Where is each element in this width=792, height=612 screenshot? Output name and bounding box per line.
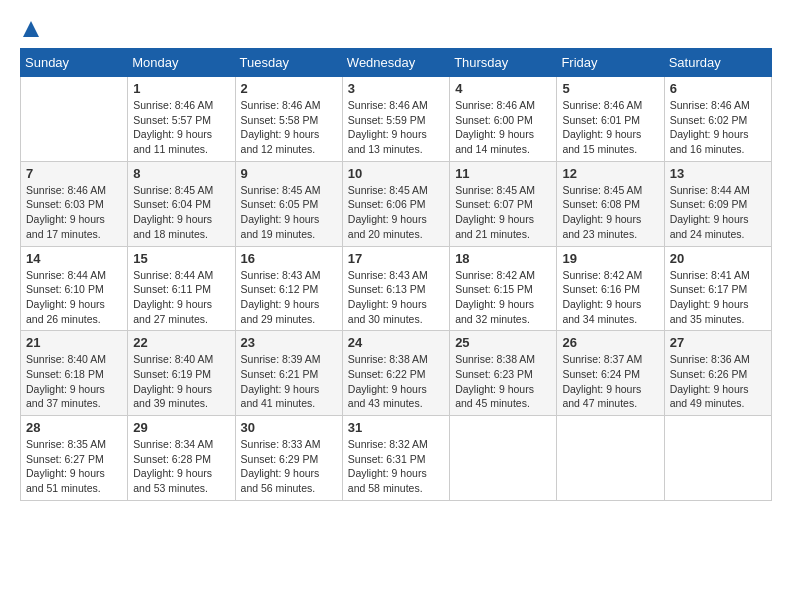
day-info: Sunrise: 8:35 AMSunset: 6:27 PMDaylight:… <box>26 437 122 496</box>
column-header-monday: Monday <box>128 49 235 77</box>
day-info: Sunrise: 8:46 AMSunset: 6:03 PMDaylight:… <box>26 183 122 242</box>
day-number: 14 <box>26 251 122 266</box>
calendar-cell <box>664 416 771 501</box>
column-header-sunday: Sunday <box>21 49 128 77</box>
calendar-cell: 23Sunrise: 8:39 AMSunset: 6:21 PMDayligh… <box>235 331 342 416</box>
day-number: 30 <box>241 420 337 435</box>
day-number: 18 <box>455 251 551 266</box>
day-number: 28 <box>26 420 122 435</box>
day-info: Sunrise: 8:42 AMSunset: 6:16 PMDaylight:… <box>562 268 658 327</box>
calendar-body: 1Sunrise: 8:46 AMSunset: 5:57 PMDaylight… <box>21 77 772 501</box>
day-number: 31 <box>348 420 444 435</box>
day-info: Sunrise: 8:32 AMSunset: 6:31 PMDaylight:… <box>348 437 444 496</box>
day-number: 7 <box>26 166 122 181</box>
logo <box>20 20 42 38</box>
day-number: 4 <box>455 81 551 96</box>
calendar-cell: 27Sunrise: 8:36 AMSunset: 6:26 PMDayligh… <box>664 331 771 416</box>
calendar-cell <box>557 416 664 501</box>
calendar-cell: 5Sunrise: 8:46 AMSunset: 6:01 PMDaylight… <box>557 77 664 162</box>
week-row-5: 28Sunrise: 8:35 AMSunset: 6:27 PMDayligh… <box>21 416 772 501</box>
calendar-cell: 26Sunrise: 8:37 AMSunset: 6:24 PMDayligh… <box>557 331 664 416</box>
column-header-friday: Friday <box>557 49 664 77</box>
day-number: 25 <box>455 335 551 350</box>
day-number: 1 <box>133 81 229 96</box>
calendar-cell: 12Sunrise: 8:45 AMSunset: 6:08 PMDayligh… <box>557 161 664 246</box>
day-info: Sunrise: 8:38 AMSunset: 6:23 PMDaylight:… <box>455 352 551 411</box>
day-number: 2 <box>241 81 337 96</box>
column-headers: SundayMondayTuesdayWednesdayThursdayFrid… <box>21 49 772 77</box>
day-info: Sunrise: 8:44 AMSunset: 6:09 PMDaylight:… <box>670 183 766 242</box>
calendar-cell: 24Sunrise: 8:38 AMSunset: 6:22 PMDayligh… <box>342 331 449 416</box>
calendar-cell: 21Sunrise: 8:40 AMSunset: 6:18 PMDayligh… <box>21 331 128 416</box>
day-info: Sunrise: 8:38 AMSunset: 6:22 PMDaylight:… <box>348 352 444 411</box>
day-number: 9 <box>241 166 337 181</box>
day-info: Sunrise: 8:44 AMSunset: 6:10 PMDaylight:… <box>26 268 122 327</box>
week-row-2: 7Sunrise: 8:46 AMSunset: 6:03 PMDaylight… <box>21 161 772 246</box>
day-info: Sunrise: 8:37 AMSunset: 6:24 PMDaylight:… <box>562 352 658 411</box>
day-number: 22 <box>133 335 229 350</box>
calendar-cell: 15Sunrise: 8:44 AMSunset: 6:11 PMDayligh… <box>128 246 235 331</box>
day-number: 29 <box>133 420 229 435</box>
day-info: Sunrise: 8:45 AMSunset: 6:05 PMDaylight:… <box>241 183 337 242</box>
calendar-cell <box>21 77 128 162</box>
day-number: 23 <box>241 335 337 350</box>
day-number: 13 <box>670 166 766 181</box>
day-info: Sunrise: 8:40 AMSunset: 6:18 PMDaylight:… <box>26 352 122 411</box>
calendar-cell: 4Sunrise: 8:46 AMSunset: 6:00 PMDaylight… <box>450 77 557 162</box>
day-info: Sunrise: 8:40 AMSunset: 6:19 PMDaylight:… <box>133 352 229 411</box>
calendar-cell: 10Sunrise: 8:45 AMSunset: 6:06 PMDayligh… <box>342 161 449 246</box>
calendar-cell: 1Sunrise: 8:46 AMSunset: 5:57 PMDaylight… <box>128 77 235 162</box>
day-info: Sunrise: 8:42 AMSunset: 6:15 PMDaylight:… <box>455 268 551 327</box>
day-info: Sunrise: 8:45 AMSunset: 6:06 PMDaylight:… <box>348 183 444 242</box>
calendar-cell: 2Sunrise: 8:46 AMSunset: 5:58 PMDaylight… <box>235 77 342 162</box>
calendar-cell: 20Sunrise: 8:41 AMSunset: 6:17 PMDayligh… <box>664 246 771 331</box>
day-info: Sunrise: 8:43 AMSunset: 6:12 PMDaylight:… <box>241 268 337 327</box>
logo-triangle-icon <box>22 20 40 38</box>
calendar-cell: 17Sunrise: 8:43 AMSunset: 6:13 PMDayligh… <box>342 246 449 331</box>
calendar-cell: 18Sunrise: 8:42 AMSunset: 6:15 PMDayligh… <box>450 246 557 331</box>
day-number: 10 <box>348 166 444 181</box>
calendar-cell: 8Sunrise: 8:45 AMSunset: 6:04 PMDaylight… <box>128 161 235 246</box>
day-info: Sunrise: 8:46 AMSunset: 5:59 PMDaylight:… <box>348 98 444 157</box>
day-number: 20 <box>670 251 766 266</box>
svg-marker-0 <box>23 21 39 37</box>
calendar-cell: 19Sunrise: 8:42 AMSunset: 6:16 PMDayligh… <box>557 246 664 331</box>
week-row-3: 14Sunrise: 8:44 AMSunset: 6:10 PMDayligh… <box>21 246 772 331</box>
day-info: Sunrise: 8:36 AMSunset: 6:26 PMDaylight:… <box>670 352 766 411</box>
week-row-4: 21Sunrise: 8:40 AMSunset: 6:18 PMDayligh… <box>21 331 772 416</box>
calendar-cell: 7Sunrise: 8:46 AMSunset: 6:03 PMDaylight… <box>21 161 128 246</box>
day-number: 3 <box>348 81 444 96</box>
column-header-wednesday: Wednesday <box>342 49 449 77</box>
day-number: 21 <box>26 335 122 350</box>
day-number: 8 <box>133 166 229 181</box>
day-number: 19 <box>562 251 658 266</box>
calendar-cell: 13Sunrise: 8:44 AMSunset: 6:09 PMDayligh… <box>664 161 771 246</box>
day-info: Sunrise: 8:45 AMSunset: 6:07 PMDaylight:… <box>455 183 551 242</box>
calendar-cell: 29Sunrise: 8:34 AMSunset: 6:28 PMDayligh… <box>128 416 235 501</box>
column-header-thursday: Thursday <box>450 49 557 77</box>
week-row-1: 1Sunrise: 8:46 AMSunset: 5:57 PMDaylight… <box>21 77 772 162</box>
day-info: Sunrise: 8:46 AMSunset: 6:01 PMDaylight:… <box>562 98 658 157</box>
calendar-cell: 14Sunrise: 8:44 AMSunset: 6:10 PMDayligh… <box>21 246 128 331</box>
day-info: Sunrise: 8:34 AMSunset: 6:28 PMDaylight:… <box>133 437 229 496</box>
day-number: 11 <box>455 166 551 181</box>
day-number: 5 <box>562 81 658 96</box>
calendar-cell: 6Sunrise: 8:46 AMSunset: 6:02 PMDaylight… <box>664 77 771 162</box>
calendar-cell: 22Sunrise: 8:40 AMSunset: 6:19 PMDayligh… <box>128 331 235 416</box>
day-info: Sunrise: 8:45 AMSunset: 6:04 PMDaylight:… <box>133 183 229 242</box>
calendar-cell: 30Sunrise: 8:33 AMSunset: 6:29 PMDayligh… <box>235 416 342 501</box>
day-number: 17 <box>348 251 444 266</box>
day-number: 6 <box>670 81 766 96</box>
calendar-cell: 11Sunrise: 8:45 AMSunset: 6:07 PMDayligh… <box>450 161 557 246</box>
day-info: Sunrise: 8:39 AMSunset: 6:21 PMDaylight:… <box>241 352 337 411</box>
day-number: 26 <box>562 335 658 350</box>
day-info: Sunrise: 8:46 AMSunset: 6:00 PMDaylight:… <box>455 98 551 157</box>
day-info: Sunrise: 8:33 AMSunset: 6:29 PMDaylight:… <box>241 437 337 496</box>
column-header-tuesday: Tuesday <box>235 49 342 77</box>
calendar-cell: 28Sunrise: 8:35 AMSunset: 6:27 PMDayligh… <box>21 416 128 501</box>
calendar-cell: 16Sunrise: 8:43 AMSunset: 6:12 PMDayligh… <box>235 246 342 331</box>
calendar-table: SundayMondayTuesdayWednesdayThursdayFrid… <box>20 48 772 501</box>
calendar-cell: 25Sunrise: 8:38 AMSunset: 6:23 PMDayligh… <box>450 331 557 416</box>
day-info: Sunrise: 8:41 AMSunset: 6:17 PMDaylight:… <box>670 268 766 327</box>
calendar-cell: 31Sunrise: 8:32 AMSunset: 6:31 PMDayligh… <box>342 416 449 501</box>
